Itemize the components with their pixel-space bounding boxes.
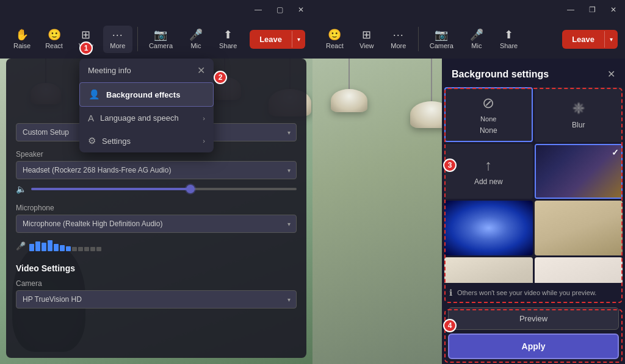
close-button[interactable]: ✕ [294,4,308,15]
leave-label: Leave [250,30,292,49]
react-button[interactable]: 🙂 React [39,26,69,53]
volume-slider[interactable] [31,188,297,190]
right-camera-label: Camera [430,42,453,49]
menu-close-button[interactable]: ✕ [197,65,205,76]
left-panel: — ▢ ✕ ✋ Raise 🙂 React ⊞ View ··· More 📷 … [0,0,312,364]
raise-label: Raise [13,42,31,49]
camera-button[interactable]: 📷 Camera [143,26,179,53]
kitchen-bg-image [535,257,623,283]
mic-button[interactable]: 🎤 Mic [181,26,211,53]
bg-settings-title: Background settings [452,69,549,80]
video-settings-group: Video Settings Camera HP TrueVision HD ▾ [16,263,297,309]
bg-cell-space[interactable]: ✓ [535,144,623,199]
share-icon: ⬆ [223,29,233,40]
step-badge-1: 1 [79,41,93,55]
camera-select[interactable]: HP TrueVision HD [16,290,297,309]
bg-cell-room[interactable] [535,201,623,255]
right-mic-button[interactable]: 🎤 Mic [462,26,491,53]
bg-cell-tunnel[interactable] [444,201,533,255]
bg-cell-none[interactable]: ⊘ None None [444,87,533,142]
office-bg-image [444,257,533,283]
more-button[interactable]: ··· More [103,26,132,53]
blur-text: Blur [572,121,585,129]
camera-icon: 📷 [154,29,167,40]
bg-actions: Preview Apply [442,302,625,364]
right-more-icon: ··· [393,29,404,40]
background-icon: 👤 [89,89,100,100]
right-lamp-1 [331,59,367,112]
right-window-controls: — ❐ ✕ [563,4,620,15]
language-speech-label: Language and speech [100,113,179,123]
step-badge-2: 2 [214,71,227,84]
preview-button[interactable]: Preview [448,307,619,330]
none-icon: ⊘ [482,95,494,112]
background-effects-label: Background effects [106,90,180,99]
react-label: React [45,42,63,49]
language-chevron-icon: › [203,115,205,122]
view-icon: ⊞ [81,29,90,40]
microphone-group: Microphone Microphone (Realtek High Defi… [16,204,297,255]
right-leave-button[interactable]: Leave ▾ [562,30,618,49]
right-maximize-button[interactable]: ❐ [585,4,599,15]
react-icon: 🙂 [48,29,61,40]
right-close-button[interactable]: ✕ [607,4,620,15]
right-minimize-button[interactable]: — [563,4,578,15]
more-dropdown-menu: Meeting info ✕ 👤 Background effects A La… [79,59,214,152]
right-react-label: React [326,42,344,49]
toolbar-left: ✋ Raise 🙂 React ⊞ View ··· More 📷 Camera… [0,20,312,59]
right-react-button[interactable]: 🙂 React [320,26,350,53]
right-more-button[interactable]: ··· More [384,26,413,53]
bg-cell-add-new[interactable]: ↑ Add new [444,144,533,199]
speaker-group: Speaker Headset (Rockerz 268 Hands-Free … [16,150,297,195]
title-bar-right: — ❐ ✕ [312,0,625,20]
menu-settings[interactable]: ⚙ Settings › [79,129,214,152]
bg-close-button[interactable]: ✕ [607,68,615,80]
bg-cell-kitchen[interactable] [535,257,623,283]
camera-select-wrapper: HP TrueVision HD ▾ [16,290,297,309]
maximize-button[interactable]: ▢ [273,4,287,15]
selected-check-icon: ✓ [612,148,619,157]
mic-level-bars [29,240,101,251]
leave-chevron-icon[interactable]: ▾ [292,31,305,48]
right-camera-icon: 📷 [435,29,448,40]
tunnel-bg-image [444,201,533,255]
none-label: None [480,115,496,123]
right-panel: — ❐ ✕ 🙂 React ⊞ View ··· More 📷 Camera 🎤… [312,0,625,364]
bg-info-text: Others won't see your video while you pr… [457,289,596,296]
menu-item-left: 👤 Background effects [89,89,180,100]
speaker-select[interactable]: Headset (Rockerz 268 Hands-Free AG Audio… [16,161,297,179]
menu-background-effects[interactable]: 👤 Background effects [79,82,214,107]
right-view-button[interactable]: ⊞ View [352,26,381,53]
raise-button[interactable]: ✋ Raise [7,26,37,53]
title-bar-left: — ▢ ✕ [0,0,312,20]
share-button[interactable]: ⬆ Share [213,26,243,53]
more-label: More [110,42,125,49]
minimize-button[interactable]: — [251,4,266,15]
more-icon: ··· [112,29,123,40]
right-leave-label: Leave [562,30,604,49]
toolbar-right: 🙂 React ⊞ View ··· More 📷 Camera 🎤 Mic ⬆… [312,20,625,59]
right-react-icon: 🙂 [328,29,341,40]
right-leave-chevron-icon[interactable]: ▾ [604,31,618,48]
menu-item-left-3: ⚙ Settings [88,135,131,146]
space-bg-image [536,145,622,198]
apply-button[interactable]: Apply [448,334,619,359]
menu-language-speech[interactable]: A Language and speech › [79,107,214,129]
menu-header-title: Meeting info [88,66,131,75]
background-settings-panel: Background settings ✕ ⊘ None None ❈ Blur… [442,59,625,364]
menu-item-left-2: A Language and speech [88,113,179,123]
bg-cell-office[interactable] [444,257,533,283]
speaker-select-wrapper: Headset (Rockerz 268 Hands-Free AG Audio… [16,161,297,179]
add-new-text: Add new [474,177,503,186]
right-share-button[interactable]: ⬆ Share [494,26,524,53]
bg-cell-blur[interactable]: ❈ Blur [535,87,623,142]
mic-label: Microphone [16,204,297,212]
mic-select-wrapper: Microphone (Realtek High Definition Audi… [16,215,297,233]
none-text: None [480,126,497,135]
step-badge-4: 4 [443,319,457,332]
right-camera-button[interactable]: 📷 Camera [424,26,460,53]
mic-select[interactable]: Microphone (Realtek High Definition Audi… [16,215,297,233]
mic-icon: 🎤 [189,29,203,40]
share-label: Share [219,42,237,49]
leave-button[interactable]: Leave ▾ [250,30,305,49]
